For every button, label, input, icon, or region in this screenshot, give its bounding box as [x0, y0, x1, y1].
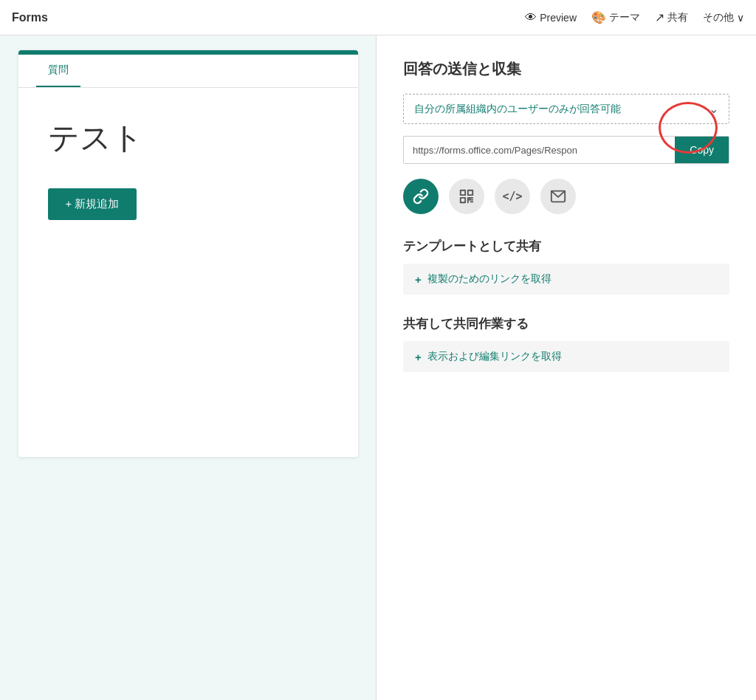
- svg-rect-2: [461, 198, 465, 202]
- dropdown-selected-text: 自分の所属組織内のユーザーのみが回答可能: [414, 103, 621, 116]
- form-card-body: テスト + 新規追加: [18, 88, 358, 457]
- preview-icon: 👁: [525, 11, 537, 24]
- add-question-button[interactable]: + 新規追加: [48, 188, 137, 220]
- form-tab-bar: 質問: [18, 55, 358, 88]
- preview-label: Preview: [540, 12, 577, 24]
- svg-rect-3: [468, 198, 470, 200]
- share-icon: ↗: [655, 10, 664, 24]
- response-scope-dropdown[interactable]: 自分の所属組織内のユーザーのみが回答可能 ⌄: [403, 94, 729, 124]
- form-title: テスト: [48, 117, 329, 159]
- collab-section-title: 共有して共同作業する: [403, 315, 729, 332]
- theme-button[interactable]: 🎨 テーマ: [591, 10, 640, 24]
- share-email-button[interactable]: [540, 179, 576, 214]
- url-copy-row: Copy: [403, 136, 729, 164]
- theme-label: テーマ: [609, 11, 640, 24]
- top-bar-actions: 👁 Preview 🎨 テーマ ↗ 共有 その他 ∨: [525, 10, 744, 24]
- plus-icon: +: [415, 273, 422, 286]
- email-icon: [550, 188, 566, 205]
- chevron-down-icon: ∨: [737, 12, 744, 24]
- template-action-label: 複製のためのリンクを取得: [427, 272, 551, 286]
- get-collab-link-button[interactable]: + 表示および編集リンクを取得: [403, 341, 729, 372]
- share-embed-button[interactable]: </>: [495, 179, 530, 214]
- theme-icon: 🎨: [591, 10, 606, 24]
- template-section: テンプレートとして共有 + 複製のためのリンクを取得: [403, 238, 729, 295]
- chevron-down-icon: ⌄: [709, 102, 718, 116]
- app-title: Forms: [12, 11, 48, 24]
- more-button[interactable]: その他 ∨: [703, 11, 744, 24]
- template-section-title: テンプレートとして共有: [403, 238, 729, 255]
- question-tab[interactable]: 質問: [36, 55, 80, 87]
- link-icon: [413, 188, 429, 205]
- section-title: 回答の送信と収集: [403, 59, 729, 79]
- share-button[interactable]: ↗ 共有: [655, 10, 688, 24]
- top-bar: Forms 👁 Preview 🎨 テーマ ↗ 共有 その他 ∨: [0, 0, 756, 35]
- qr-icon: [458, 188, 475, 205]
- plus-icon: +: [415, 351, 422, 363]
- svg-rect-1: [468, 191, 472, 195]
- form-card: 質問 テスト + 新規追加: [18, 50, 358, 457]
- form-url-input[interactable]: [404, 137, 675, 163]
- share-link-button[interactable]: [403, 179, 439, 214]
- main-layout: 質問 テスト + 新規追加 回答の送信と収集 自分の所属組織内のユーザーのみが回…: [0, 35, 756, 700]
- more-label: その他: [703, 11, 734, 24]
- copy-button[interactable]: Copy: [675, 137, 729, 163]
- share-qr-button[interactable]: [449, 179, 484, 214]
- collab-section: 共有して共同作業する + 表示および編集リンクを取得: [403, 315, 729, 372]
- left-panel: 質問 テスト + 新規追加: [0, 35, 377, 700]
- get-template-link-button[interactable]: + 複製のためのリンクを取得: [403, 264, 729, 295]
- share-icons-row: </>: [403, 179, 729, 214]
- preview-button[interactable]: 👁 Preview: [525, 11, 577, 24]
- collab-action-label: 表示および編集リンクを取得: [427, 350, 562, 363]
- svg-rect-0: [461, 191, 465, 195]
- right-panel: 回答の送信と収集 自分の所属組織内のユーザーのみが回答可能 ⌄ Copy: [377, 35, 756, 700]
- embed-icon: </>: [502, 190, 522, 203]
- share-label: 共有: [667, 11, 688, 24]
